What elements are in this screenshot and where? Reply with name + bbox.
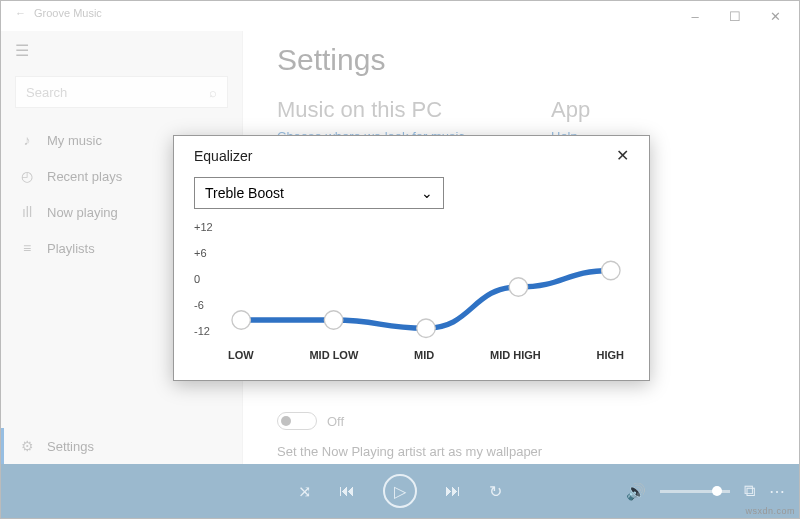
gear-icon: ⚙: [19, 438, 35, 454]
sidebar-item-label: Now playing: [47, 205, 118, 220]
x-axis-labels: LOW MID LOW MID MID HIGH HIGH: [228, 349, 624, 361]
shuffle-icon[interactable]: ⤨: [298, 482, 311, 501]
window-close-button[interactable]: ✕: [755, 1, 795, 31]
hamburger-icon[interactable]: ☰: [1, 35, 242, 66]
search-placeholder: Search: [26, 85, 67, 100]
back-icon[interactable]: ←: [15, 7, 26, 19]
miniplayer-icon[interactable]: ⧉: [744, 482, 755, 500]
attribution: wsxdn.com: [745, 506, 795, 516]
equalizer-bars-icon: ıll: [19, 204, 35, 220]
more-icon[interactable]: ⋯: [769, 482, 785, 501]
wallpaper-caption: Set the Now Playing artist art as my wal…: [277, 444, 765, 459]
equalizer-chart: +12 +6 0 -6 -12 LOW MID LOW MID MID HIGH…: [194, 221, 624, 361]
repeat-icon[interactable]: ↻: [489, 482, 502, 501]
section-heading-music: Music on this PC: [277, 97, 491, 123]
window-minimize-button[interactable]: –: [675, 1, 715, 31]
equalizer-band-handle[interactable]: [232, 311, 250, 329]
sidebar-item-label: Playlists: [47, 241, 95, 256]
equalizer-band-handle[interactable]: [324, 311, 342, 329]
search-icon: ⌕: [209, 85, 217, 100]
clock-icon: ◴: [19, 168, 35, 184]
playlist-icon: ≡: [19, 240, 35, 256]
close-icon[interactable]: ✕: [616, 146, 629, 165]
sidebar-item-label: Recent plays: [47, 169, 122, 184]
titlebar: ← Groove Music – ☐ ✕: [1, 1, 799, 31]
app-window: ← Groove Music – ☐ ✕ ☰ Search ⌕ ♪ My mus…: [0, 0, 800, 519]
preset-value: Treble Boost: [205, 185, 284, 201]
equalizer-plot: [228, 221, 624, 419]
next-track-icon[interactable]: ⏭: [445, 482, 461, 500]
equalizer-band-handle[interactable]: [602, 261, 620, 279]
volume-icon[interactable]: 🔊: [626, 482, 646, 501]
window-maximize-button[interactable]: ☐: [715, 1, 755, 31]
playback-bar: ⤨ ⏮ ▷ ⏭ ↻ 🔊 ⧉ ⋯: [1, 464, 799, 518]
page-title: Settings: [277, 43, 765, 77]
sidebar-item-label: My music: [47, 133, 102, 148]
music-note-icon: ♪: [19, 132, 35, 148]
y-axis-labels: +12 +6 0 -6 -12: [194, 221, 222, 337]
volume-slider[interactable]: [660, 490, 730, 493]
app-title: Groove Music: [34, 7, 102, 19]
chevron-down-icon: ⌄: [421, 185, 433, 201]
equalizer-preset-select[interactable]: Treble Boost ⌄: [194, 177, 444, 209]
equalizer-band-handle[interactable]: [509, 278, 527, 296]
sidebar-item-settings[interactable]: ⚙ Settings: [1, 428, 242, 464]
previous-track-icon[interactable]: ⏮: [339, 482, 355, 500]
sidebar-item-label: Settings: [47, 439, 94, 454]
equalizer-dialog: Equalizer ✕ Treble Boost ⌄ +12 +6 0 -6 -…: [173, 135, 650, 381]
dialog-title: Equalizer: [194, 148, 252, 164]
equalizer-band-handle[interactable]: [417, 319, 435, 337]
section-heading-app: App: [551, 97, 765, 123]
search-input[interactable]: Search ⌕: [15, 76, 228, 108]
play-button[interactable]: ▷: [383, 474, 417, 508]
